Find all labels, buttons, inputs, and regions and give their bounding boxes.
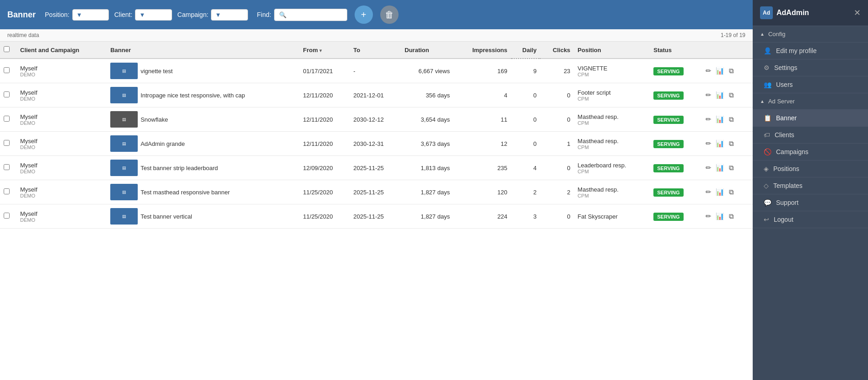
sidebar-header: Ad AdAdmin ✕	[753, 0, 868, 26]
templates-icon: ◇	[764, 182, 769, 189]
row-banner: ▤ AdAdmin grande	[107, 132, 299, 156]
row-daily: 4	[511, 156, 540, 180]
edit-icon[interactable]: ✏	[706, 188, 712, 196]
row-checkbox-cell	[0, 83, 16, 107]
clients-icon: 🏷	[764, 131, 770, 139]
status-badge: SERVING	[653, 188, 683, 197]
row-checkbox[interactable]	[4, 188, 10, 194]
main-area: Banner Position: ▼ all ▾ Client: ▼ --all…	[0, 0, 753, 380]
stats-icon[interactable]: 📊	[716, 139, 724, 147]
copy-icon[interactable]: ⧉	[729, 212, 734, 220]
users-icon: 👥	[764, 81, 771, 88]
row-clicks: 0	[540, 107, 574, 132]
row-checkbox[interactable]	[4, 164, 10, 170]
row-duration: 3,673 days	[401, 132, 453, 156]
row-checkbox[interactable]	[4, 67, 10, 73]
sidebar-section-adserver[interactable]: ▲ Ad Server	[753, 93, 868, 110]
adserver-section-label: Ad Server	[768, 98, 795, 105]
sidebar-item-users[interactable]: 👥 Users	[753, 76, 868, 93]
col-clicks: Clicks	[540, 42, 574, 59]
sidebar-item-edit-profile[interactable]: 👤 Edit my profile	[753, 43, 868, 59]
row-impressions: 11	[453, 107, 511, 132]
sidebar-item-support[interactable]: 💬 Support	[753, 194, 868, 211]
stats-icon[interactable]: 📊	[716, 67, 724, 75]
select-all-checkbox[interactable]	[4, 46, 10, 52]
row-from: 01/17/2021	[299, 59, 350, 83]
copy-icon[interactable]: ⧉	[729, 115, 734, 123]
row-to: 2030-12-12	[350, 107, 401, 132]
campaign-select[interactable]: ▼ --all-- ▾	[211, 9, 248, 21]
row-to: 2025-11-25	[350, 204, 401, 229]
sidebar-item-label: Templates	[773, 182, 803, 189]
stats-icon[interactable]: 📊	[716, 188, 724, 196]
row-position: Fat Skyscraper	[574, 204, 650, 229]
position-select[interactable]: ▼ all ▾	[72, 9, 109, 21]
select-all-header	[0, 42, 16, 59]
row-duration: 1,813 days	[401, 156, 453, 180]
edit-icon[interactable]: ✏	[706, 91, 712, 99]
row-daily: 3	[511, 204, 540, 229]
col-from[interactable]: From ▾	[299, 42, 350, 59]
row-daily: 0	[511, 107, 540, 132]
sidebar-item-clients[interactable]: 🏷 Clients	[753, 127, 868, 144]
table-row: Myself DEMO ▤ vignette test 01/17/2021 -…	[0, 59, 753, 83]
sidebar-item-label: Users	[776, 81, 793, 88]
gear-icon: ⚙	[764, 64, 770, 71]
edit-icon[interactable]: ✏	[706, 164, 712, 171]
logout-icon: ↩	[764, 216, 769, 223]
row-checkbox[interactable]	[4, 91, 10, 97]
config-section-label: Config	[768, 31, 786, 37]
copy-icon[interactable]: ⧉	[729, 164, 734, 171]
edit-icon[interactable]: ✏	[706, 139, 712, 147]
logo-text: Ad	[763, 10, 770, 16]
copy-icon[interactable]: ⧉	[729, 139, 734, 147]
row-from: 12/11/2020	[299, 132, 350, 156]
banner-name: Test banner vertical	[140, 213, 192, 220]
table-row: Myself DEMO ▤ Test masthead responsive b…	[0, 180, 753, 204]
client-select[interactable]: ▼ --all-- ▾	[135, 9, 172, 21]
sidebar-item-campaigns[interactable]: 🚫 Campaigns	[753, 144, 868, 161]
sidebar: Ad AdAdmin ✕ ▲ Config 👤 Edit my profile …	[753, 0, 868, 380]
col-daily: Daily	[511, 42, 540, 59]
add-button[interactable]: +	[355, 5, 373, 24]
edit-icon[interactable]: ✏	[706, 115, 712, 123]
row-checkbox[interactable]	[4, 140, 10, 146]
copy-icon[interactable]: ⧉	[729, 91, 734, 99]
sidebar-item-templates[interactable]: ◇ Templates	[753, 177, 868, 194]
copy-icon[interactable]: ⧉	[729, 188, 734, 196]
sidebar-item-banner[interactable]: 📋 Banner	[753, 110, 868, 127]
app-name: AdAdmin	[776, 9, 809, 17]
user-icon: 👤	[764, 47, 771, 54]
row-actions: ✏ 📊 ⧉	[701, 204, 753, 229]
edit-icon[interactable]: ✏	[706, 67, 712, 75]
filter-icon: ▼	[215, 11, 221, 18]
delete-button[interactable]: 🗑	[380, 5, 399, 24]
campaign-filter-group: Campaign: ▼ --all-- ▾	[178, 9, 248, 21]
close-icon[interactable]: ✕	[854, 8, 861, 18]
support-icon: 💬	[764, 199, 771, 206]
stats-icon[interactable]: 📊	[716, 212, 724, 220]
row-from: 12/11/2020	[299, 83, 350, 107]
row-from: 12/11/2020	[299, 107, 350, 132]
col-actions	[701, 42, 753, 59]
row-checkbox[interactable]	[4, 213, 10, 219]
status-badge: SERVING	[653, 91, 683, 100]
search-input[interactable]	[274, 9, 347, 21]
sidebar-section-config[interactable]: ▲ Config	[753, 26, 868, 43]
row-clicks: 0	[540, 204, 574, 229]
sidebar-item-positions[interactable]: ◈ Positions	[753, 161, 868, 177]
row-position: VIGNETTE CPM	[574, 59, 650, 83]
stats-icon[interactable]: 📊	[716, 164, 724, 171]
status-badge: SERVING	[653, 213, 683, 221]
stats-icon[interactable]: 📊	[716, 115, 724, 123]
copy-icon[interactable]: ⧉	[729, 67, 734, 75]
row-checkbox-cell	[0, 107, 16, 132]
sidebar-item-label: Edit my profile	[776, 47, 817, 54]
table-row: Myself DEMO ▤ Intropage nice test respon…	[0, 83, 753, 107]
sidebar-item-logout[interactable]: ↩ Logout	[753, 211, 868, 228]
stats-icon[interactable]: 📊	[716, 91, 724, 99]
row-checkbox[interactable]	[4, 116, 10, 122]
sidebar-item-label: Support	[776, 199, 798, 206]
edit-icon[interactable]: ✏	[706, 212, 712, 220]
sidebar-item-settings[interactable]: ⚙ Settings	[753, 59, 868, 76]
